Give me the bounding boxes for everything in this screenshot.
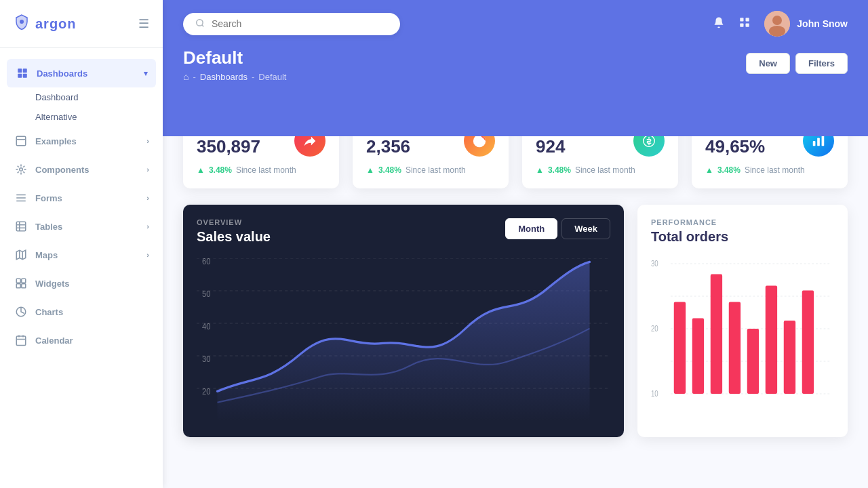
stat-icon-users bbox=[464, 136, 495, 157]
grid-icon[interactable] bbox=[738, 16, 751, 32]
card-footer: ▲ 3.48% Since last month bbox=[197, 165, 326, 175]
svg-point-0 bbox=[20, 20, 24, 24]
content-wrapper: John Snow Default ⌂ - Dashboards - Defau… bbox=[163, 0, 868, 488]
card-value: 2,356 bbox=[366, 136, 418, 157]
app-name: argon bbox=[35, 16, 77, 32]
trend-arrow: ▲ bbox=[536, 165, 544, 175]
stat-card-total-traffic: TOTAL TRAFFIC 350,897 ▲ 3.48% Since last… bbox=[183, 136, 339, 188]
components-icon bbox=[14, 162, 28, 177]
tables-label: Tables bbox=[35, 222, 62, 232]
sidebar-item-charts[interactable]: Charts bbox=[0, 298, 163, 326]
breadcrumb-dashboards[interactable]: Dashboards bbox=[200, 72, 248, 82]
card-header: NEW USERS 2,356 bbox=[366, 136, 495, 157]
maps-label: Maps bbox=[35, 250, 58, 260]
trend-arrow: ▲ bbox=[197, 165, 205, 175]
search-input[interactable] bbox=[212, 18, 388, 29]
chart-info: OVERVIEW Sales value bbox=[197, 218, 271, 245]
svg-rect-5 bbox=[16, 136, 26, 146]
sidebar-item-widgets[interactable]: Widgets bbox=[0, 269, 163, 298]
search-icon bbox=[195, 18, 205, 30]
sidebar-logo: argon ☰ bbox=[0, 0, 163, 48]
svg-text:20: 20 bbox=[651, 324, 658, 333]
svg-rect-22 bbox=[16, 336, 26, 346]
trend-pct: 3.48% bbox=[378, 165, 401, 175]
svg-rect-20 bbox=[22, 284, 26, 288]
hamburger-button[interactable]: ☰ bbox=[138, 16, 149, 31]
sidebar-item-calendar[interactable]: Calendar bbox=[0, 326, 163, 354]
bar-chart-title: Total orders bbox=[651, 229, 834, 245]
trend-label: Since last month bbox=[745, 165, 805, 175]
trend-pct: 3.48% bbox=[209, 165, 232, 175]
week-button[interactable]: Week bbox=[561, 218, 610, 239]
card-footer: ▲ 3.48% Since last month bbox=[366, 165, 495, 175]
svg-marker-14 bbox=[16, 250, 26, 260]
examples-arrow: › bbox=[146, 137, 149, 145]
user-avatar[interactable]: John Snow bbox=[764, 11, 848, 37]
sidebar-item-maps[interactable]: Maps › bbox=[0, 241, 163, 269]
stat-icon-sales bbox=[633, 136, 665, 157]
trend-arrow: ▲ bbox=[705, 165, 713, 175]
trend-label: Since last month bbox=[406, 165, 466, 175]
stat-icon-performance bbox=[803, 136, 834, 157]
card-header: TOTAL TRAFFIC 350,897 bbox=[197, 136, 326, 157]
sidebar-item-components[interactable]: Components › bbox=[0, 155, 163, 184]
card-value: 49,65% bbox=[705, 136, 771, 157]
svg-text:50: 50 bbox=[202, 289, 210, 298]
svg-rect-3 bbox=[18, 74, 22, 78]
sidebar-item-examples[interactable]: Examples › bbox=[0, 127, 163, 155]
content-area: TOTAL TRAFFIC 350,897 ▲ 3.48% Since last… bbox=[163, 136, 868, 488]
svg-rect-37 bbox=[813, 141, 816, 146]
widgets-icon bbox=[14, 276, 28, 291]
chart-header: OVERVIEW Sales value Month Week bbox=[197, 218, 610, 245]
sidebar-sub-dashboard[interactable]: Dashboard bbox=[0, 87, 163, 107]
breadcrumb-home-icon: ⌂ bbox=[183, 71, 189, 82]
month-button[interactable]: Month bbox=[505, 218, 557, 239]
user-name: John Snow bbox=[797, 18, 848, 29]
sidebar-nav: Dashboards ▾ Dashboard Alternative Examp… bbox=[0, 48, 163, 488]
bar-chart-overline: PERFORMANCE bbox=[651, 218, 834, 226]
sidebar-item-forms[interactable]: Forms › bbox=[0, 184, 163, 212]
card-info: PERFORMANCE 49,65% bbox=[705, 136, 771, 157]
card-value: 350,897 bbox=[197, 136, 264, 157]
notification-icon[interactable] bbox=[713, 16, 725, 32]
new-button[interactable]: New bbox=[746, 53, 790, 74]
card-info: NEW USERS 2,356 bbox=[366, 136, 418, 157]
avatar-image bbox=[764, 11, 790, 37]
breadcrumb-sep2: - bbox=[252, 72, 254, 82]
svg-rect-61 bbox=[729, 302, 741, 394]
widgets-label: Widgets bbox=[35, 279, 69, 289]
maps-icon bbox=[14, 247, 28, 262]
trend-label: Since last month bbox=[236, 165, 296, 175]
tables-icon bbox=[14, 219, 28, 234]
sidebar-sub-alternative[interactable]: Alternative bbox=[0, 107, 163, 127]
sub-header: Default ⌂ - Dashboards - Default New Fil… bbox=[163, 47, 868, 136]
maps-arrow: › bbox=[146, 251, 149, 259]
filters-button[interactable]: Filters bbox=[795, 53, 848, 74]
stat-card-new-users: NEW USERS 2,356 ▲ 3.48% Since last m bbox=[353, 136, 509, 188]
breadcrumb-current: Default bbox=[258, 72, 286, 82]
breadcrumb: ⌂ - Dashboards - Default bbox=[183, 71, 286, 82]
stat-card-sales: SALES 924 ▲ 3.48% Since last month bbox=[522, 136, 678, 188]
svg-rect-31 bbox=[746, 23, 749, 26]
svg-rect-38 bbox=[817, 138, 820, 146]
calendar-label: Calendar bbox=[35, 336, 73, 346]
tables-arrow: › bbox=[146, 222, 149, 230]
svg-text:60: 60 bbox=[202, 258, 210, 266]
charts-row: OVERVIEW Sales value Month Week bbox=[183, 205, 848, 437]
svg-text:40: 40 bbox=[202, 322, 210, 330]
svg-point-33 bbox=[772, 16, 782, 25]
svg-rect-62 bbox=[747, 329, 759, 394]
charts-label: Charts bbox=[35, 307, 63, 317]
svg-text:30: 30 bbox=[651, 259, 658, 268]
search-bar[interactable] bbox=[183, 13, 400, 35]
trend-pct: 3.48% bbox=[548, 165, 571, 175]
sidebar-item-dashboards[interactable]: Dashboards ▾ bbox=[7, 59, 156, 87]
examples-icon bbox=[14, 134, 28, 148]
svg-rect-39 bbox=[822, 136, 825, 146]
svg-text:10: 10 bbox=[651, 389, 658, 398]
sidebar-item-tables[interactable]: Tables › bbox=[0, 212, 163, 241]
calendar-icon bbox=[14, 333, 28, 348]
forms-arrow: › bbox=[146, 194, 149, 202]
logo-icon bbox=[14, 14, 30, 34]
card-value: 924 bbox=[536, 136, 565, 157]
